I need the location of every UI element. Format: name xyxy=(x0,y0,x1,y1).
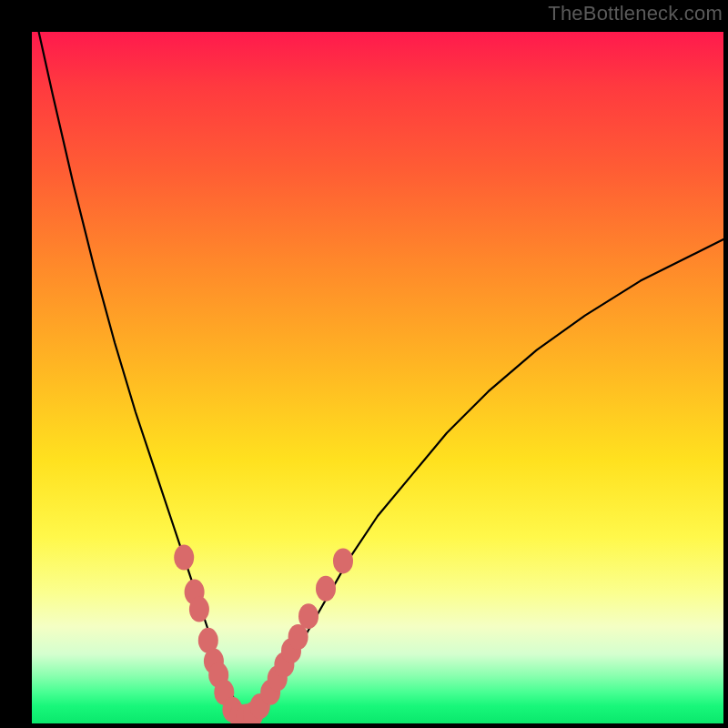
plot-area xyxy=(32,32,723,723)
highlight-markers xyxy=(174,545,353,723)
marker-dot xyxy=(333,548,353,573)
marker-dot xyxy=(316,576,336,602)
marker-dot xyxy=(174,545,194,571)
bottleneck-curve xyxy=(39,32,723,716)
curve-layer xyxy=(32,32,723,723)
marker-dot xyxy=(298,603,318,629)
chart-frame: TheBottleneck.com xyxy=(0,0,728,728)
marker-dot xyxy=(189,597,209,622)
watermark-text: TheBottleneck.com xyxy=(548,2,723,25)
